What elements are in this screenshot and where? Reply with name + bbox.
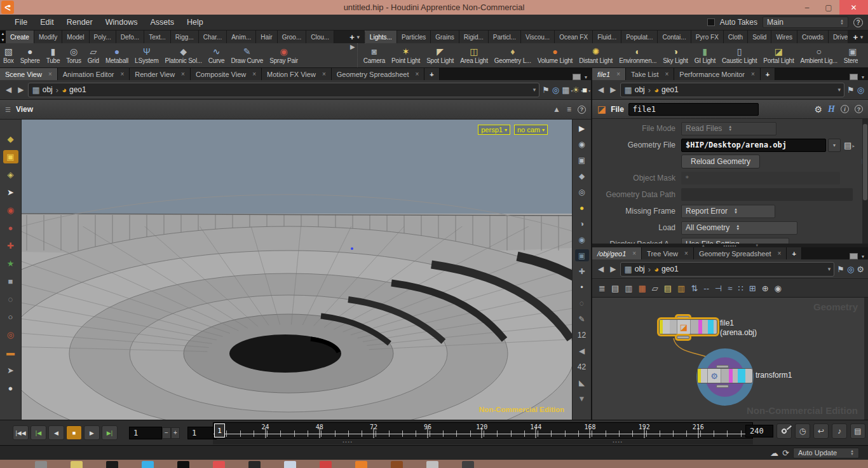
hook-icon[interactable]: ◌ — [575, 297, 589, 309]
frame-badge-icon[interactable]: 12 — [575, 329, 589, 341]
pane-tab[interactable]: Render View× — [130, 68, 191, 80]
maximize-button[interactable]: ▢ — [818, 0, 839, 15]
shelf-tool[interactable]: ▯ Caustic Light — [719, 43, 760, 67]
color-scheme-icon[interactable]: ■▾ — [582, 86, 587, 94]
add-shelf-tab-button-2[interactable]: +▾ — [848, 31, 868, 43]
sticky-note-icon[interactable]: ▤ — [664, 284, 672, 293]
shelf-scroll-buttons[interactable]: ▲▼ — [0, 31, 6, 43]
pane-tab[interactable]: /obj/geo1× — [592, 247, 642, 259]
shelf-tool[interactable]: ◪ Portal Light — [760, 43, 797, 67]
shelf-tool[interactable]: ○ Ambient Lig... — [797, 43, 840, 67]
pane-tab[interactable]: Take List× — [626, 68, 674, 80]
path-field[interactable]: ▦obj › ◕geo1 ▾ — [620, 83, 844, 97]
node-name-field[interactable]: file1 — [628, 103, 759, 116]
auto-key-button[interactable] — [776, 423, 792, 439]
pane-tab[interactable]: Tree View× — [642, 247, 694, 259]
torus-state-icon[interactable]: ◎ — [3, 328, 18, 341]
annotate-icon[interactable]: ✎ — [575, 313, 589, 325]
shelf-tool[interactable]: ✶ Point Light — [388, 43, 423, 67]
shelf-tab[interactable]: Populat... — [621, 31, 658, 43]
camera-view-icon[interactable]: ▣ — [575, 249, 589, 261]
taskbar-app-icon[interactable] — [106, 461, 118, 468]
frame-decrement-button[interactable]: − — [162, 427, 171, 439]
pin-icon[interactable]: ⚑ — [847, 86, 855, 94]
shelf-tab[interactable]: Rigg... — [171, 31, 199, 43]
shelf-tab[interactable]: Pyro FX — [691, 31, 724, 43]
shelf-tab[interactable]: Create — [6, 31, 34, 43]
panel-view-icon[interactable]: ▥ — [625, 284, 632, 293]
viewport-3d[interactable]: persp1▾ no cam▾ Non-Commercial Edition — [22, 120, 572, 420]
tree-layout-icon[interactable]: ≣ — [599, 284, 606, 293]
taskbar-app-icon[interactable] — [355, 461, 367, 468]
shelf-tab[interactable]: Contai... — [658, 31, 691, 43]
network-box-icon[interactable]: ▥ — [677, 284, 685, 293]
shelf-tool[interactable]: ▱ Grid — [85, 43, 102, 67]
sculpt-tool-icon[interactable]: ● — [3, 221, 18, 235]
network-gear-icon[interactable]: ⚙ — [857, 265, 864, 273]
shelf-tab[interactable]: Defo... — [116, 31, 144, 43]
view-help-icon[interactable]: ? — [578, 106, 586, 114]
forward-icon[interactable]: ▶ — [16, 85, 25, 94]
shelf-tool[interactable]: ◐ Environmen... — [616, 43, 660, 67]
jump-to-start-button[interactable]: |◀◀ — [13, 425, 29, 440]
pin-icon[interactable]: ⚑ — [837, 265, 844, 273]
menu-item[interactable]: Edit — [34, 16, 60, 29]
shelf-tab[interactable]: Grains — [431, 31, 459, 43]
camera-select-menu[interactable]: no cam▾ — [514, 125, 548, 135]
shelf-tool[interactable]: ◤ Spot Light — [423, 43, 457, 67]
handles-tool-icon[interactable]: ◈ — [3, 168, 18, 181]
shading-mode-icon[interactable]: ◑ — [575, 217, 589, 230]
close-button[interactable]: ✕ — [839, 0, 868, 15]
shelf-tool[interactable]: ● Volume Light — [534, 43, 576, 67]
sphere-state-icon[interactable]: ● — [3, 382, 18, 395]
file-mode-dropdown[interactable]: Read Files ▲▼ — [681, 122, 776, 135]
highlight-bar-icon[interactable]: ▬ — [3, 346, 18, 359]
back-icon[interactable]: ◀ — [4, 85, 13, 94]
shelf-tool[interactable]: ◆ Platonic Sol... — [162, 43, 205, 67]
pane-tab[interactable]: Geometry Spreadsheet× — [694, 247, 787, 259]
update-mode-dropdown[interactable]: Auto Update ▲▼ — [793, 448, 859, 458]
taskbar-app-icon[interactable] — [71, 461, 83, 468]
shelf-tab[interactable]: Model — [62, 31, 89, 43]
shelf-tool[interactable]: ◑ Sky Light — [660, 43, 691, 67]
color-palette-icon[interactable]: ▦ — [639, 284, 646, 293]
network-overview-icon[interactable]: ▱ — [652, 284, 658, 293]
arrow-state-icon[interactable]: ➤ — [3, 364, 18, 377]
list-view-icon[interactable]: ▤ — [611, 284, 619, 293]
load-dropdown[interactable]: All Geometry ▲▼ — [681, 221, 797, 235]
taskbar-app-icon[interactable] — [320, 461, 332, 468]
take-selector[interactable]: Main ▲▼ — [763, 17, 848, 28]
taskbar-app-icon[interactable] — [391, 461, 403, 468]
path-field[interactable]: ▦obj › ◕geo1 ▾ — [28, 83, 539, 97]
shelf-tab[interactable]: Poly... — [90, 31, 116, 43]
follow-selection-icon[interactable]: ◎ — [857, 86, 864, 94]
shelf-tab[interactable]: Fluid... — [593, 31, 621, 43]
shelf-tab[interactable]: Particles — [397, 31, 431, 43]
taskbar-app-icon[interactable] — [142, 461, 154, 468]
shelf-tool[interactable]: ▣ Stereo — [841, 43, 858, 67]
pane-tab[interactable]: Animation Editor× — [58, 68, 130, 80]
taskbar-app-icon[interactable] — [177, 461, 189, 468]
shelf-tool[interactable]: ▧ Box — [0, 43, 17, 67]
menu-item[interactable]: File — [9, 16, 33, 29]
play-forward-button[interactable]: ▶ — [84, 425, 100, 440]
taskbar-app-icon[interactable] — [284, 461, 296, 468]
network-editor-canvas[interactable]: Geometry Non-Commercial Edition ◪ file1 … — [592, 298, 864, 420]
shelf-tab[interactable]: Drive... — [829, 31, 848, 43]
zoom-network-icon[interactable]: ⊕ — [762, 284, 769, 293]
path-dropdown-icon[interactable]: ▾ — [828, 266, 831, 272]
forward-icon[interactable]: ▶ — [608, 265, 618, 273]
close-tab-icon[interactable]: × — [665, 71, 668, 78]
auto-takes-checkbox[interactable] — [707, 18, 715, 26]
back-icon[interactable]: ◀ — [596, 85, 606, 94]
dashed-wire-icon[interactable]: -- — [703, 284, 709, 293]
pane-tab[interactable]: Scene View× — [0, 68, 58, 80]
params-scrollbar[interactable] — [862, 119, 868, 244]
lock-camera-icon[interactable]: ▣ — [575, 154, 589, 166]
rig-tool-icon[interactable]: ✚ — [3, 239, 18, 252]
frame-increment-button[interactable]: + — [171, 427, 180, 439]
param-help-icon[interactable]: ? — [855, 105, 863, 113]
light-headlamp-icon[interactable]: ● — [575, 202, 589, 214]
snap-grid-icon[interactable]: ∷ — [738, 284, 743, 293]
grid-toggle-icon[interactable]: ⊞ — [749, 284, 756, 293]
